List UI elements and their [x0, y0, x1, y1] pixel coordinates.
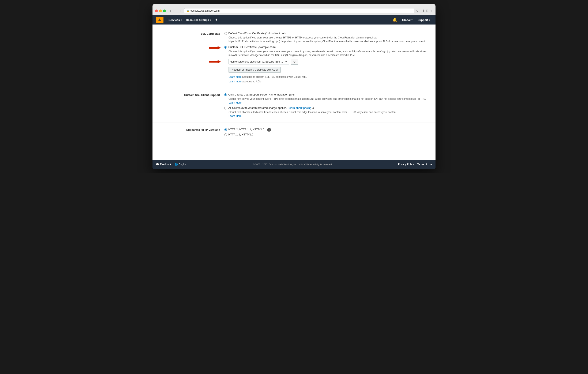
back-button[interactable]: ‹ [169, 9, 172, 13]
ssl-certificate-section: SSL Certificate Default CloudFront Certi… [152, 29, 436, 87]
browser-chrome: ‹ › ⊡ 🔒 console.aws.amazon.com ↻ ⬆ ⧉ ＋ [152, 4, 436, 15]
notifications-icon[interactable]: 🔔 [390, 18, 399, 22]
sni-desc: CloudFront serves your content over HTTP… [229, 97, 427, 105]
browser-actions: ⬆ ⧉ ＋ [422, 9, 433, 13]
services-nav-item[interactable]: Services ▾ [167, 15, 184, 24]
learn-more-ssl-link1[interactable]: Learn more [229, 75, 242, 78]
footer: 💬 Feedback 🌐 English © 2008 - 2017, Amaz… [152, 160, 436, 169]
support-nav-item[interactable]: Support ▾ [415, 15, 432, 24]
learn-more-ssl: Learn more about using custom SSL/TLS ce… [229, 75, 427, 84]
traffic-lights [155, 10, 166, 12]
bookmarks-icon[interactable]: ✦ [213, 18, 220, 22]
maximize-button[interactable] [163, 10, 166, 12]
main-content: SSL Certificate Default CloudFront Certi… [152, 24, 436, 160]
http-versions-info-icon[interactable]: i [267, 128, 271, 132]
custom-cert-wrapper: Custom SSL Certificate (example.com): Ch… [224, 45, 427, 57]
address-bar: 🔒 console.aws.amazon.com [184, 8, 414, 13]
http2-radio[interactable] [224, 128, 227, 131]
globe-icon: 🌐 [175, 163, 178, 166]
reload-button[interactable]: ↻ [416, 9, 419, 12]
http11-label[interactable]: HTTP/1.1, HTTP/1.0 [228, 133, 253, 136]
custom-cert-option: Custom SSL Certificate (example.com): [224, 45, 427, 49]
support-chevron: ▾ [429, 19, 430, 21]
learn-more-ssl-link2[interactable]: Learn more [229, 80, 242, 83]
all-clients-label[interactable]: All Clients ($600/month prorated charge … [228, 106, 314, 109]
add-button[interactable]: ＋ [430, 9, 433, 13]
feedback-icon: 💬 [156, 163, 159, 166]
sni-radio[interactable] [224, 93, 227, 96]
all-clients-option: All Clients ($600/month prorated charge … [224, 106, 427, 109]
default-cert-label[interactable]: Default CloudFront Certificate (*.cloudf… [228, 32, 285, 35]
share-button[interactable]: ⬆ [422, 9, 425, 13]
aws-logo [156, 17, 163, 23]
aws-logo-svg [157, 18, 162, 22]
cert-selector-wrapper: demo.serverless-stack.com (93691abe-f8be… [224, 59, 427, 65]
ssl-certificate-content: Default CloudFront Certificate (*.cloudf… [224, 32, 427, 84]
all-clients-desc: CloudFront allocates dedicated IP addres… [229, 110, 427, 118]
sni-label[interactable]: Only Clients that Support Server Name In… [228, 93, 295, 96]
learn-more-ssl-text1: about using custom SSL/TLS certificates … [242, 75, 307, 78]
global-chevron: ▾ [411, 19, 412, 21]
custom-ssl-client-content: Only Clients that Support Server Name In… [224, 93, 427, 120]
cert-refresh-button[interactable]: ↻ [291, 59, 298, 65]
close-button[interactable] [155, 10, 158, 12]
footer-left: 💬 Feedback 🌐 English [156, 163, 187, 166]
resource-groups-chevron: ▾ [210, 19, 211, 21]
footer-right: Privacy Policy Terms of Use [398, 163, 432, 166]
feedback-link[interactable]: 💬 Feedback [156, 163, 171, 166]
arrow-2 [209, 60, 221, 64]
footer-copyright: © 2008 - 2017, Amazon Web Services, Inc.… [187, 163, 398, 166]
custom-cert-label[interactable]: Custom SSL Certificate (example.com): [228, 45, 276, 49]
sni-option: Only Clients that Support Server Name In… [224, 93, 427, 96]
cert-select[interactable]: demo.serverless-stack.com (93691abe-f8be… [229, 59, 289, 64]
custom-ssl-client-section: Custom SSL Client Support Only Clients t… [152, 90, 436, 123]
http-versions-label: Supported HTTP Versions [178, 128, 224, 137]
arrow-1 [209, 46, 221, 50]
learn-more-ssl-text2: about using ACM. [242, 80, 262, 83]
resource-groups-nav-item[interactable]: Resource Groups ▾ [184, 15, 213, 24]
privacy-policy-link[interactable]: Privacy Policy [398, 163, 414, 166]
arrow-2-shape [209, 60, 221, 64]
services-chevron: ▾ [181, 19, 182, 21]
import-cert-button[interactable]: Request or Import a Certificate with ACM [229, 67, 281, 73]
ssl-certificate-label: SSL Certificate [178, 32, 224, 84]
tab-view-button[interactable]: ⊡ [178, 9, 182, 13]
default-cert-desc: Choose this option if you want your user… [229, 36, 427, 43]
all-clients-learn-more-link[interactable]: Learn More [229, 115, 242, 118]
sni-learn-more-link[interactable]: Learn More [229, 101, 242, 104]
all-clients-radio[interactable] [224, 107, 227, 109]
nav-buttons: ‹ › [169, 9, 176, 13]
minimize-button[interactable] [159, 10, 162, 12]
custom-ssl-client-label: Custom SSL Client Support [178, 93, 224, 120]
default-cert-radio[interactable] [224, 32, 227, 35]
cert-selector-row: demo.serverless-stack.com (93691abe-f8be… [229, 59, 427, 65]
global-nav-item[interactable]: Global ▾ [400, 15, 415, 24]
custom-cert-radio[interactable] [224, 46, 227, 49]
default-cert-option: Default CloudFront Certificate (*.cloudf… [224, 32, 427, 35]
learn-more-ssl-line1: Learn more about using custom SSL/TLS ce… [229, 75, 427, 79]
http11-radio[interactable] [224, 133, 227, 136]
nav-right: 🔔 Global ▾ Support ▾ [390, 15, 432, 24]
http-versions-section: Supported HTTP Versions HTTP/2, HTTP/1.1… [152, 125, 436, 140]
learn-more-ssl-line2: Learn more about using ACM. [229, 79, 427, 84]
terms-of-use-link[interactable]: Terms of Use [417, 163, 432, 166]
custom-cert-desc: Choose this option if you want your user… [229, 49, 427, 57]
http-versions-content: HTTP/2, HTTP/1.1, HTTP/1.0 i HTTP/1.1, H… [224, 128, 427, 137]
learn-about-pricing-link[interactable]: Learn about pricing [288, 106, 311, 109]
new-tab-button[interactable]: ⧉ [426, 9, 428, 13]
http2-label[interactable]: HTTP/2, HTTP/1.1, HTTP/1.0 [228, 128, 264, 131]
http2-option: HTTP/2, HTTP/1.1, HTTP/1.0 i [224, 128, 427, 132]
http11-option: HTTP/1.1, HTTP/1.0 [224, 133, 427, 136]
english-link[interactable]: 🌐 English [175, 163, 187, 166]
aws-nav: Services ▾ Resource Groups ▾ ✦ 🔔 Global … [152, 15, 436, 24]
url-text: console.aws.amazon.com [190, 9, 220, 12]
browser-window: ‹ › ⊡ 🔒 console.aws.amazon.com ↻ ⬆ ⧉ ＋ S… [152, 4, 436, 169]
lock-icon: 🔒 [187, 10, 189, 12]
forward-button[interactable]: › [172, 9, 176, 13]
arrow-1-shape [209, 46, 221, 50]
